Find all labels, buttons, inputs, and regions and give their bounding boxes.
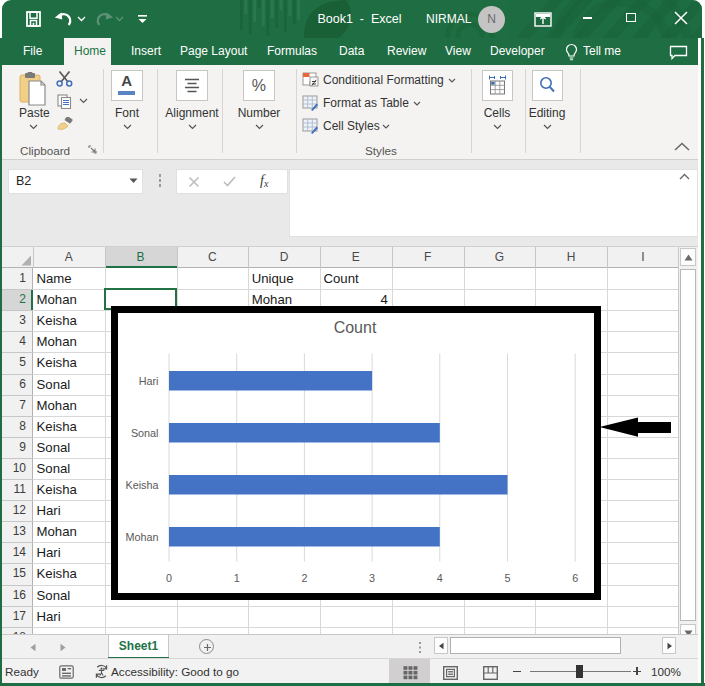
svg-text:2: 2 bbox=[301, 572, 307, 584]
svg-text:1: 1 bbox=[234, 572, 240, 584]
svg-text:Keisha: Keisha bbox=[125, 479, 158, 491]
svg-text:5: 5 bbox=[504, 572, 510, 584]
svg-text:Sonal: Sonal bbox=[131, 427, 159, 439]
svg-text:Mohan: Mohan bbox=[125, 531, 158, 543]
svg-text:4: 4 bbox=[437, 572, 443, 584]
svg-text:Count: Count bbox=[334, 319, 377, 336]
svg-text:0: 0 bbox=[166, 572, 172, 584]
svg-text:6: 6 bbox=[572, 572, 578, 584]
svg-text:Hari: Hari bbox=[139, 375, 159, 387]
svg-text:3: 3 bbox=[369, 572, 375, 584]
